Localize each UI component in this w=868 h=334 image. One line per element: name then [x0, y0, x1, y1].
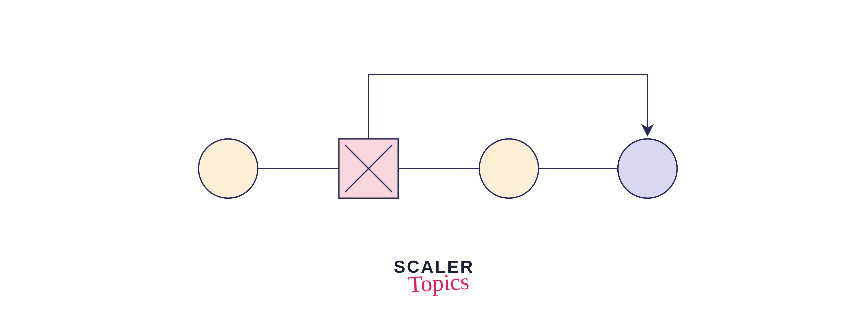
node-4-circle [618, 139, 677, 198]
brand-logo-line2: Topics [398, 272, 479, 294]
node-3-circle [479, 139, 538, 198]
node-1-circle [198, 139, 258, 198]
bypass-arrow [369, 74, 648, 139]
brand-logo: SCALER Topics [394, 258, 474, 292]
diagram-canvas: SCALER Topics [0, 0, 868, 334]
